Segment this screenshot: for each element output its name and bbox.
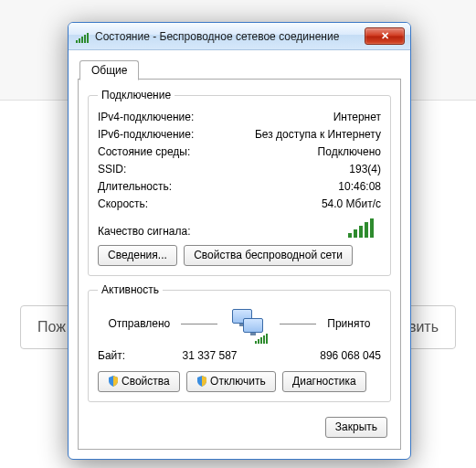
activity-divider bbox=[181, 324, 217, 324]
connection-legend: Подключение bbox=[98, 89, 175, 101]
speed-value: 54.0 Мбит/с bbox=[322, 197, 381, 212]
bytes-recv: 896 068 045 bbox=[267, 349, 381, 362]
ssid-value: 193(4) bbox=[349, 162, 381, 177]
properties-button[interactable]: Свойства bbox=[98, 371, 180, 392]
ipv6-value: Без доступа к Интернету bbox=[255, 127, 381, 143]
recv-label: Принято bbox=[327, 317, 370, 330]
signal-strength-icon bbox=[348, 218, 376, 238]
titlebar[interactable]: Состояние - Беспроводное сетевое соедине… bbox=[69, 23, 410, 50]
activity-legend: Активность bbox=[98, 283, 163, 296]
connection-group: Подключение IPv4-подключение:Интернет IP… bbox=[88, 89, 391, 276]
bytes-label: Байт: bbox=[98, 349, 153, 362]
sent-label: Отправлено bbox=[109, 317, 171, 330]
bytes-sent: 31 337 587 bbox=[153, 349, 267, 362]
disable-button[interactable]: Отключить bbox=[186, 371, 276, 392]
activity-icon bbox=[228, 307, 269, 340]
speed-label: Скорость: bbox=[98, 197, 148, 212]
ssid-label: SSID: bbox=[98, 162, 126, 177]
ipv4-value: Интернет bbox=[333, 110, 381, 125]
status-window: Состояние - Беспроводное сетевое соедине… bbox=[68, 22, 411, 460]
close-button[interactable]: Закрыть bbox=[325, 417, 387, 438]
client-area: Общие Подключение IPv4-подключение:Интер… bbox=[69, 50, 410, 459]
ipv6-label: IPv6-подключение: bbox=[98, 127, 194, 143]
duration-value: 10:46:08 bbox=[338, 179, 381, 195]
ipv4-label: IPv4-подключение: bbox=[98, 110, 194, 125]
media-value: Подключено bbox=[318, 144, 381, 160]
media-label: Состояние среды: bbox=[98, 144, 190, 160]
window-close-button[interactable]: ✕ bbox=[365, 27, 405, 45]
activity-signal-icon bbox=[255, 331, 269, 344]
shield-icon bbox=[108, 376, 119, 387]
shield-icon bbox=[196, 376, 207, 387]
activity-divider bbox=[280, 324, 316, 324]
quality-label: Качество сигнала: bbox=[98, 225, 190, 238]
activity-group: Активность Отправлено Принято bbox=[88, 283, 391, 402]
diagnose-button[interactable]: Диагностика bbox=[282, 371, 366, 392]
signal-icon bbox=[76, 30, 90, 43]
duration-label: Длительность: bbox=[98, 179, 172, 195]
tab-general[interactable]: Общие bbox=[79, 60, 139, 80]
window-title: Состояние - Беспроводное сетевое соедине… bbox=[95, 30, 365, 43]
wireless-properties-button[interactable]: Свойства беспроводной сети bbox=[184, 245, 353, 266]
details-button[interactable]: Сведения... bbox=[98, 245, 177, 266]
tab-panel: Подключение IPv4-подключение:Интернет IP… bbox=[78, 79, 401, 450]
tabstrip: Общие bbox=[78, 58, 401, 80]
